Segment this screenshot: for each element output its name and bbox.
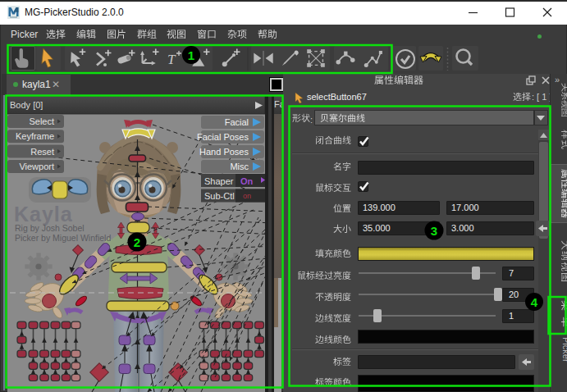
svg-text:4: 4	[531, 295, 538, 309]
svg-text:1: 1	[188, 48, 194, 62]
svg-text:2: 2	[134, 235, 140, 249]
svg-text:3: 3	[431, 224, 437, 238]
